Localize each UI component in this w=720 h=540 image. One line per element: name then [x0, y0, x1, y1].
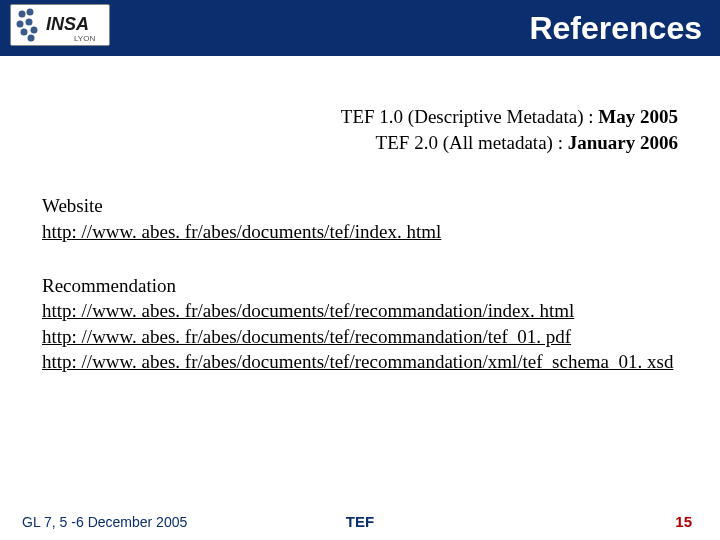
footer: GL 7, 5 -6 December 2005 TEF 15 [0, 513, 720, 530]
timeline-block: TEF 1.0 (Descriptive Metadata) : May 200… [42, 104, 678, 155]
recommendation-section: Recommendation http: //www. abes. fr/abe… [42, 273, 678, 376]
footer-left: GL 7, 5 -6 December 2005 [22, 514, 187, 530]
recommendation-heading: Recommendation [42, 273, 678, 299]
svg-point-5 [31, 27, 38, 34]
website-link[interactable]: http: //www. abes. fr/abes/documents/tef… [42, 219, 678, 245]
recommendation-link-2[interactable]: http: //www. abes. fr/abes/documents/tef… [42, 324, 678, 350]
timeline-1-date: May 2005 [598, 106, 678, 127]
timeline-1-prefix: TEF 1.0 (Descriptive Metadata) : [341, 106, 598, 127]
recommendation-link-1[interactable]: http: //www. abes. fr/abes/documents/tef… [42, 298, 678, 324]
svg-point-2 [17, 21, 24, 28]
header-bar: INSA LYON References [0, 0, 720, 56]
timeline-line-2: TEF 2.0 (All metadata) : January 2006 [42, 130, 678, 156]
recommendation-link-3[interactable]: http: //www. abes. fr/abes/documents/tef… [42, 349, 678, 375]
svg-point-0 [19, 11, 26, 18]
website-heading: Website [42, 193, 678, 219]
svg-point-1 [27, 9, 34, 16]
content-area: TEF 1.0 (Descriptive Metadata) : May 200… [0, 56, 720, 375]
svg-text:INSA: INSA [46, 14, 89, 34]
page-number: 15 [675, 513, 692, 530]
website-section: Website http: //www. abes. fr/abes/docum… [42, 193, 678, 244]
timeline-line-1: TEF 1.0 (Descriptive Metadata) : May 200… [42, 104, 678, 130]
svg-point-6 [28, 35, 35, 42]
timeline-2-date: January 2006 [568, 132, 678, 153]
insa-logo: INSA LYON [10, 4, 110, 46]
slide-title: References [529, 10, 702, 47]
svg-point-3 [26, 19, 33, 26]
svg-text:LYON: LYON [74, 34, 95, 43]
timeline-2-prefix: TEF 2.0 (All metadata) : [376, 132, 568, 153]
footer-center: TEF [346, 513, 374, 530]
svg-point-4 [21, 29, 28, 36]
